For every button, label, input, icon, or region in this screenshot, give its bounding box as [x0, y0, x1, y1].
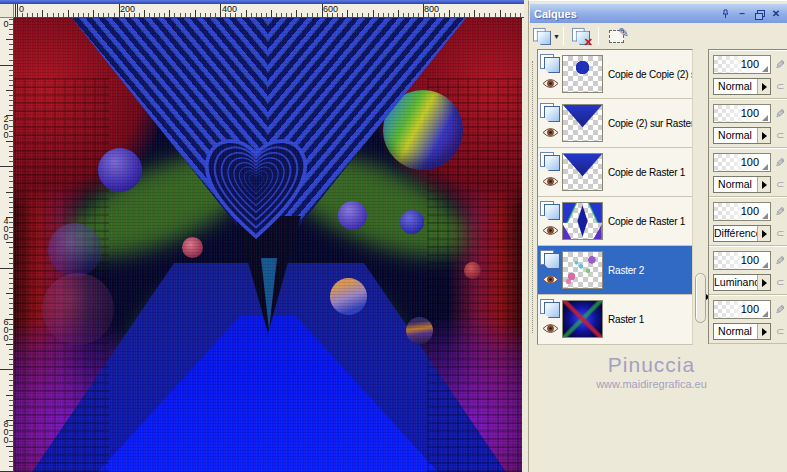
blend-mode-dropdown[interactable]: Différence — [713, 225, 771, 242]
layer-thumbnail[interactable] — [562, 153, 603, 191]
ruler-label: 200 — [1, 114, 10, 138]
opacity-grip-icon[interactable] — [762, 164, 768, 170]
blend-mode-dropdown[interactable]: Luminance — [713, 274, 771, 291]
ruler-label: 0 — [1, 19, 10, 27]
blend-mode-value: Normal — [714, 178, 756, 190]
watermark-name: Pinuccia — [529, 353, 774, 377]
layer-thumbnail[interactable] — [562, 202, 603, 240]
layer-list: Copie de Copie (2) su Copie (2) sur Rast… — [537, 49, 693, 345]
canvas-artwork[interactable] — [14, 18, 522, 472]
blend-dropdown-arrow[interactable] — [757, 226, 770, 241]
layer-prop-row: 100 ✎ Différence ⊂ — [709, 197, 787, 246]
opacity-value: 100 — [741, 58, 759, 70]
visibility-eye-icon[interactable] — [542, 323, 559, 334]
layer-icon-column — [538, 99, 562, 147]
panel-splitter-handle[interactable] — [695, 273, 706, 323]
ruler-label: 0 — [19, 4, 24, 14]
raster-layer-icon — [540, 299, 560, 318]
layer-thumbnail[interactable] — [562, 300, 603, 338]
link-icon: ⊂ — [776, 277, 784, 288]
layer-prop-row: 100 ✎ Luminance ⊂ — [709, 246, 787, 295]
layer-thumbnail[interactable] — [562, 55, 603, 93]
horizontal-ruler[interactable]: 0 200 400 600 800 — [14, 4, 524, 18]
visibility-eye-icon[interactable] — [542, 78, 559, 89]
ruler-label: 400 — [222, 4, 237, 14]
palette-toolbar: ▼ ✕ ✎ — [530, 23, 787, 49]
layer-row[interactable]: Copie de Raster 1 — [538, 197, 692, 246]
opacity-slider[interactable]: 100 — [713, 153, 771, 172]
brush-lock-icon[interactable]: ✎ — [775, 58, 785, 72]
link-icon: ⊂ — [776, 326, 784, 337]
brush-lock-icon[interactable]: ✎ — [775, 254, 785, 268]
opacity-value: 100 — [741, 205, 759, 217]
layer-row[interactable]: Copie de Raster 1 — [538, 148, 692, 197]
layer-thumbnail[interactable] — [562, 251, 603, 289]
opacity-value: 100 — [741, 156, 759, 168]
minimize-button[interactable]: – — [735, 7, 749, 20]
ruler-label: 200 — [120, 4, 135, 14]
opacity-grip-icon[interactable] — [762, 311, 768, 317]
layer-prop-row: 100 ✎ Normal ⊂ — [709, 295, 787, 344]
blend-dropdown-arrow[interactable] — [757, 275, 770, 290]
opacity-slider[interactable]: 100 — [713, 251, 771, 270]
layer-tree-line — [532, 61, 533, 333]
layer-icon-column — [538, 246, 562, 294]
blend-mode-value: Différence — [714, 227, 756, 239]
pin-button[interactable] — [718, 7, 732, 20]
blend-dropdown-arrow[interactable] — [757, 128, 770, 143]
brush-lock-icon[interactable]: ✎ — [775, 303, 785, 317]
delete-layer-button[interactable]: ✕ — [568, 25, 594, 47]
opacity-slider[interactable]: 100 — [713, 300, 771, 319]
layer-row[interactable]: Raster 2 — [538, 246, 692, 295]
layer-icon-column — [538, 148, 562, 196]
close-button[interactable]: ✕ — [769, 7, 783, 20]
visibility-eye-icon[interactable] — [542, 225, 559, 236]
opacity-grip-icon[interactable] — [762, 115, 768, 121]
visibility-eye-icon[interactable] — [542, 127, 559, 138]
blend-mode-dropdown[interactable]: Normal — [713, 323, 771, 340]
ruler-label: 400 — [1, 216, 10, 240]
opacity-grip-icon[interactable] — [762, 213, 768, 219]
link-icon: ⊂ — [776, 130, 784, 141]
link-icon: ⊂ — [776, 228, 784, 239]
blend-mode-value: Normal — [714, 325, 756, 337]
ruler-label: 800 — [1, 419, 10, 443]
brush-lock-icon[interactable]: ✎ — [775, 205, 785, 219]
vertical-ruler-ticks — [0, 18, 13, 472]
edit-selection-button[interactable]: ✎ — [603, 25, 629, 47]
opacity-slider[interactable]: 100 — [713, 202, 771, 221]
opacity-slider[interactable]: 100 — [713, 104, 771, 123]
blend-mode-dropdown[interactable]: Normal — [713, 127, 771, 144]
brush-lock-icon[interactable]: ✎ — [775, 107, 785, 121]
ruler-label: 600 — [1, 317, 10, 341]
toolbar-separator — [563, 27, 564, 45]
raster-layer-icon — [540, 54, 560, 73]
blend-mode-dropdown[interactable]: Normal — [713, 78, 771, 95]
blend-mode-dropdown[interactable]: Normal — [713, 176, 771, 193]
ruler-corner — [0, 4, 14, 18]
layer-row[interactable]: Copie (2) sur Raster 1 — [538, 99, 692, 148]
blend-mode-value: Normal — [714, 80, 756, 92]
layers-palette: Calques – ✕ ▼ ✕ ✎ — [528, 0, 787, 472]
ruler-label: 800 — [424, 4, 439, 14]
blend-dropdown-arrow[interactable] — [757, 79, 770, 94]
vertical-ruler[interactable]: 0 200 400 600 800 — [0, 18, 14, 472]
brush-lock-icon[interactable]: ✎ — [775, 156, 785, 170]
new-layer-button[interactable]: ▼ — [533, 25, 559, 47]
blend-dropdown-arrow[interactable] — [757, 177, 770, 192]
opacity-grip-icon[interactable] — [762, 66, 768, 72]
opacity-slider[interactable]: 100 — [713, 55, 771, 74]
palette-titlebar[interactable]: Calques – ✕ — [530, 4, 787, 23]
restore-button[interactable] — [752, 7, 766, 20]
opacity-grip-icon[interactable] — [762, 262, 768, 268]
chevron-down-icon: ▼ — [553, 33, 560, 40]
layer-name: Copie (2) sur Raster 1 — [608, 118, 692, 129]
visibility-eye-icon[interactable] — [542, 274, 559, 285]
layer-prop-row: 100 ✎ Normal ⊂ — [709, 99, 787, 148]
raster-layer-icon — [540, 103, 560, 122]
layer-row[interactable]: Copie de Copie (2) su — [538, 50, 692, 99]
visibility-eye-icon[interactable] — [542, 176, 559, 187]
layer-row[interactable]: Raster 1 — [538, 295, 692, 344]
layer-thumbnail[interactable] — [562, 104, 603, 142]
blend-dropdown-arrow[interactable] — [757, 324, 770, 339]
